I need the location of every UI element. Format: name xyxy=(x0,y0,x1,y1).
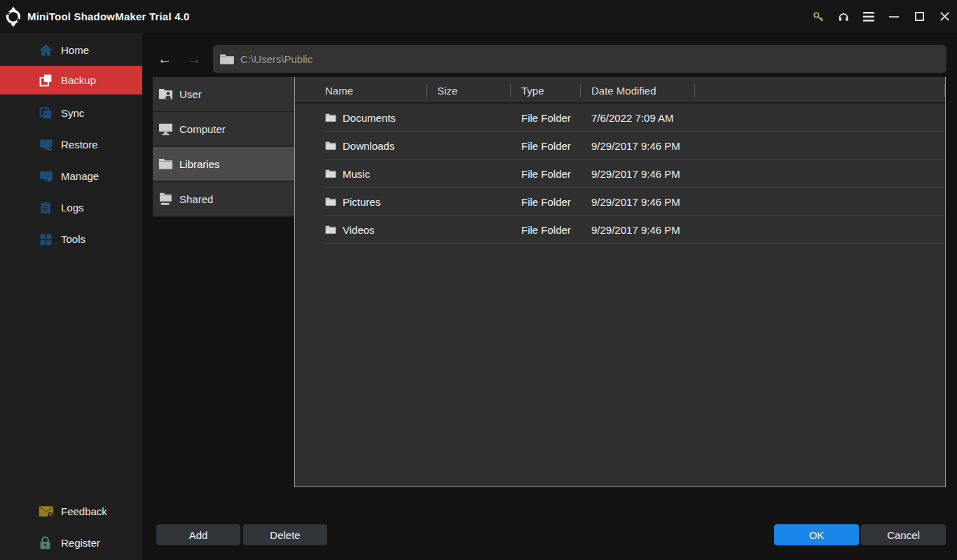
sync-icon xyxy=(39,106,54,121)
cancel-button[interactable]: Cancel xyxy=(861,524,946,545)
app-title: MiniTool ShadowMaker Trial 4.0 xyxy=(27,10,190,22)
register-icon xyxy=(39,535,54,550)
title-bar: MiniTool ShadowMaker Trial 4.0 xyxy=(0,0,957,33)
sidebar-item-sync[interactable]: Sync xyxy=(0,97,142,129)
home-icon xyxy=(39,43,54,58)
file-list-panel: Name Size Type Date Modified Documents F… xyxy=(294,77,946,487)
tree-item-user[interactable]: User xyxy=(153,77,294,112)
folder-icon xyxy=(325,197,336,206)
file-type: File Folder xyxy=(511,140,581,152)
sidebar-item-label: Tools xyxy=(61,233,85,245)
sidebar-item-label: Register xyxy=(61,537,100,549)
column-header-name[interactable]: Name xyxy=(295,77,427,104)
file-date-modified: 7/6/2022 7:09 AM xyxy=(581,112,695,124)
sidebar-item-label: Feedback xyxy=(61,505,107,517)
file-name: Documents xyxy=(343,112,396,124)
folder-icon xyxy=(325,225,336,234)
tools-icon xyxy=(39,232,54,247)
file-type: File Folder xyxy=(511,112,581,124)
file-list-header: Name Size Type Date Modified xyxy=(295,77,945,104)
file-name: Videos xyxy=(343,224,375,236)
file-type: File Folder xyxy=(511,168,581,180)
file-row-pictures[interactable]: Pictures File Folder 9/29/2017 9:46 PM xyxy=(295,188,945,216)
folder-icon xyxy=(325,113,336,122)
location-tree: User Computer Libraries xyxy=(153,77,294,217)
app-window: MiniTool ShadowMaker Trial 4.0 xyxy=(0,0,957,560)
file-row-documents[interactable]: Documents File Folder 7/6/2022 7:09 AM xyxy=(295,104,945,132)
tree-item-libraries[interactable]: Libraries xyxy=(153,147,294,182)
sidebar-item-register[interactable]: Register xyxy=(0,527,142,558)
add-button[interactable]: Add xyxy=(156,524,240,545)
file-row-videos[interactable]: Videos File Folder 9/29/2017 9:46 PM xyxy=(295,216,945,244)
maximize-icon[interactable] xyxy=(907,0,932,33)
forward-arrow-icon[interactable]: → xyxy=(181,46,207,71)
column-header-type[interactable]: Type xyxy=(511,77,581,104)
tree-item-label: Computer xyxy=(179,123,226,135)
backup-icon xyxy=(39,73,54,88)
sidebar-item-home[interactable]: Home xyxy=(0,34,142,66)
computer-icon xyxy=(158,122,174,136)
ok-button[interactable]: OK xyxy=(774,524,859,545)
logs-icon xyxy=(39,200,54,216)
tree-item-label: Shared xyxy=(179,193,213,205)
sidebar-item-label: Logs xyxy=(61,202,84,214)
sidebar-item-logs[interactable]: Logs xyxy=(0,192,142,223)
sidebar-item-tools[interactable]: Tools xyxy=(0,223,142,255)
sidebar-item-label: Restore xyxy=(61,139,98,150)
sidebar-item-label: Home xyxy=(61,44,89,56)
delete-button[interactable]: Delete xyxy=(243,524,327,545)
file-name: Music xyxy=(343,168,370,180)
file-row-downloads[interactable]: Downloads File Folder 9/29/2017 9:46 PM xyxy=(295,132,945,160)
sidebar-item-label: Backup xyxy=(61,74,96,86)
file-row-music[interactable]: Music File Folder 9/29/2017 9:46 PM xyxy=(295,160,945,188)
sidebar-item-manage[interactable]: Manage xyxy=(0,160,142,192)
file-date-modified: 9/29/2017 9:46 PM xyxy=(581,224,695,236)
tree-item-label: User xyxy=(179,88,202,100)
file-name: Pictures xyxy=(343,196,380,208)
key-icon[interactable] xyxy=(806,0,831,33)
sidebar-item-label: Manage xyxy=(61,170,99,182)
folder-icon xyxy=(325,169,336,178)
sidebar-item-restore[interactable]: Restore xyxy=(0,129,142,160)
restore-icon xyxy=(39,137,54,153)
sidebar: Home Backup Sync xyxy=(0,33,142,560)
shared-icon xyxy=(158,192,174,206)
file-type: File Folder xyxy=(511,196,581,208)
back-arrow-icon[interactable]: ← xyxy=(152,46,177,71)
column-header-size[interactable]: Size xyxy=(427,77,511,104)
headset-icon[interactable] xyxy=(831,0,856,33)
path-bar[interactable]: C:\Users\Public xyxy=(213,45,946,73)
manage-icon xyxy=(39,169,54,184)
close-icon[interactable] xyxy=(932,0,957,33)
file-date-modified: 9/29/2017 9:46 PM xyxy=(581,196,695,208)
file-name: Downloads xyxy=(343,140,394,152)
file-date-modified: 9/29/2017 9:46 PM xyxy=(581,140,695,152)
sidebar-item-backup[interactable]: Backup xyxy=(0,66,142,94)
tree-item-label: Libraries xyxy=(179,158,220,170)
menu-icon[interactable] xyxy=(856,0,881,33)
folder-icon xyxy=(219,52,235,65)
sidebar-item-label: Sync xyxy=(61,107,84,119)
column-header-date-modified[interactable]: Date Modified xyxy=(581,77,695,104)
file-date-modified: 9/29/2017 9:46 PM xyxy=(581,168,695,180)
minimize-icon[interactable] xyxy=(881,0,907,33)
folder-icon xyxy=(158,157,174,171)
feedback-icon xyxy=(39,503,54,519)
file-type: File Folder xyxy=(511,224,581,236)
tree-item-shared[interactable]: Shared xyxy=(153,182,294,217)
app-logo-icon xyxy=(3,6,24,27)
sidebar-item-feedback[interactable]: Feedback xyxy=(0,496,142,526)
path-text: C:\Users\Public xyxy=(240,53,312,65)
tree-item-computer[interactable]: Computer xyxy=(153,112,294,147)
user-folder-icon xyxy=(158,87,174,101)
folder-icon xyxy=(325,141,336,150)
column-header-spacer xyxy=(695,77,945,104)
titlebar-actions xyxy=(806,0,957,33)
